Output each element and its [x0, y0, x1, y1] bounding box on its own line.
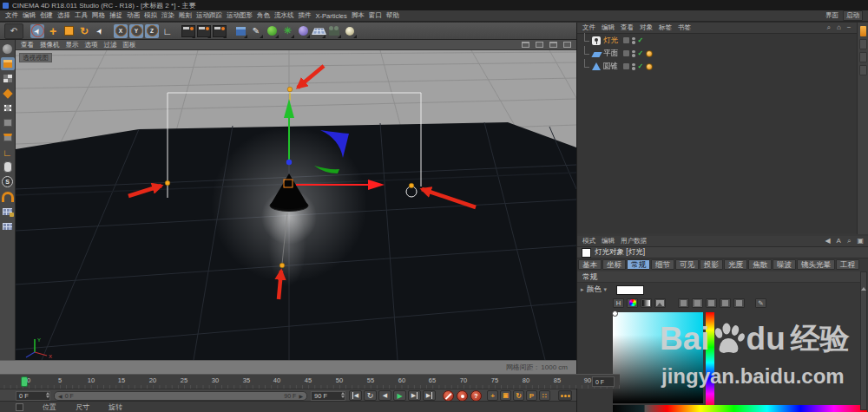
polygons-mode-button[interactable] — [1, 131, 15, 144]
hue-slider[interactable] — [706, 312, 714, 409]
add-environment-button[interactable] — [296, 24, 310, 38]
workplane-lock-button[interactable] — [1, 205, 15, 218]
dock-tab-strip[interactable] — [857, 23, 868, 234]
om-menu-view[interactable]: 查看 — [621, 23, 634, 32]
play-button[interactable]: ▶ — [393, 390, 406, 401]
vp-menu-options[interactable]: 选项 — [85, 41, 98, 49]
spinner-arrows[interactable] — [46, 392, 49, 398]
layer-chip[interactable] — [623, 50, 629, 56]
picker-h-button[interactable]: H — [613, 298, 624, 308]
menu-motion-tracker[interactable]: 运动跟踪 — [196, 11, 222, 20]
add-deformer-button[interactable]: ✳ — [280, 24, 294, 38]
key-rotation-button[interactable]: ↻ — [513, 390, 524, 401]
layer-chip[interactable] — [623, 37, 629, 43]
keying-settings-button[interactable] — [558, 390, 572, 401]
am-scrollbar[interactable] — [860, 271, 867, 410]
dock-pill[interactable] — [859, 52, 867, 62]
minus-icon[interactable]: − — [847, 24, 852, 31]
viewport[interactable]: 透视视图 — [16, 50, 576, 360]
scroll-up-icon[interactable] — [861, 272, 866, 291]
add-light-button[interactable] — [343, 24, 357, 38]
tab-lens-flare[interactable]: 镜头光晕 — [797, 259, 835, 270]
object-name[interactable]: 圆锥 — [603, 62, 621, 72]
layout-selector[interactable]: 启动 — [843, 10, 863, 21]
object-name[interactable]: 平面 — [603, 49, 621, 59]
am-menu-userdata[interactable]: 用户数据 — [621, 237, 647, 245]
menu-render[interactable]: 渲染 — [161, 11, 174, 20]
search-icon[interactable]: ⌕ — [826, 24, 830, 31]
tab-details[interactable]: 细节 — [651, 259, 674, 270]
menu-select[interactable]: 选择 — [57, 11, 70, 20]
last-tool[interactable]: ➤ — [93, 24, 107, 38]
render-view-button[interactable] — [181, 24, 195, 38]
menu-help[interactable]: 帮助 — [386, 11, 399, 20]
next-frame-button[interactable]: ▶ — [408, 390, 421, 401]
lock-y-button[interactable]: Y — [129, 24, 143, 38]
render-settings-button[interactable] — [213, 24, 227, 38]
frame-range-slider[interactable]: ◀ 0 F 90 F ▶ — [54, 391, 307, 401]
picker-wheel-button[interactable] — [627, 298, 638, 308]
om-menu-edit[interactable]: 编辑 — [602, 23, 615, 32]
expand-icon[interactable]: ▸ — [581, 286, 584, 293]
picker-mode-2[interactable] — [692, 298, 703, 308]
light-handle-top[interactable] — [287, 87, 293, 92]
add-primitive-button[interactable] — [233, 24, 247, 38]
live-selection-tool[interactable]: ➤ — [30, 24, 44, 38]
tab-general[interactable]: 常规 — [627, 259, 650, 270]
viewport-solo-button[interactable] — [1, 160, 15, 173]
object-row-light[interactable]: 灯光 ✓ — [577, 34, 857, 47]
om-menu-tag[interactable]: 标签 — [659, 23, 672, 32]
menu-snap[interactable]: 捕捉 — [109, 11, 122, 20]
gizmo-center-dot[interactable] — [286, 160, 292, 165]
rotate-tool[interactable]: ↻ — [77, 24, 91, 38]
tab-coord[interactable]: 坐标 — [602, 259, 626, 270]
pane-single-icon[interactable] — [522, 42, 529, 48]
letter-a-icon[interactable]: A — [837, 238, 841, 245]
picker-mode-1[interactable] — [678, 298, 689, 308]
menu-edit[interactable]: 编辑 — [23, 11, 36, 20]
visibility-dots[interactable] — [632, 37, 635, 44]
timeline-ruler[interactable]: 0 5 10 15 20 25 30 35 40 45 50 55 60 65 … — [0, 374, 620, 389]
make-editable-button[interactable] — [1, 43, 15, 56]
add-generator-button[interactable] — [265, 24, 279, 38]
texture-tag-icon[interactable] — [646, 50, 653, 57]
menu-simulate[interactable]: 模拟 — [144, 11, 157, 20]
menu-window[interactable]: 窗口 — [369, 11, 382, 20]
enabled-check-icon[interactable]: ✓ — [638, 36, 644, 44]
picker-image-button[interactable] — [654, 298, 666, 308]
tab-basic[interactable]: 基本 — [578, 259, 602, 270]
model-mode-button[interactable] — [1, 57, 15, 70]
undo-button[interactable]: ↶ — [4, 23, 23, 39]
visibility-dots[interactable] — [632, 63, 635, 70]
menu-mesh[interactable]: 网格 — [92, 11, 105, 20]
menu-create[interactable]: 创建 — [40, 11, 53, 20]
tab-project[interactable]: 工程 — [836, 259, 859, 270]
enabled-check-icon[interactable]: ✓ — [638, 62, 644, 70]
menu-file[interactable]: 文件 — [5, 11, 18, 20]
workplane-mode-button[interactable] — [1, 87, 15, 100]
ruler-frame-spinner[interactable]: 0 F — [592, 376, 615, 387]
goto-end-button[interactable]: ▶ — [423, 390, 436, 401]
menu-mograph[interactable]: 运动图形 — [227, 11, 253, 20]
sv-marker[interactable] — [612, 311, 618, 317]
picker-spectrum-button[interactable] — [641, 298, 652, 308]
back-arrow-icon[interactable]: ◀ — [825, 238, 830, 245]
add-camera-button[interactable] — [327, 24, 341, 38]
menu-tools[interactable]: 工具 — [75, 11, 88, 20]
visibility-dots[interactable] — [632, 50, 635, 57]
loop-button[interactable]: ↻ — [364, 390, 377, 401]
menu-pipeline[interactable]: 流水线 — [274, 11, 294, 20]
am-menu-edit[interactable]: 编辑 — [602, 237, 615, 245]
vp-menu-filter[interactable]: 过滤 — [104, 41, 117, 49]
lock-z-button[interactable]: Z — [145, 24, 159, 38]
dock-pill[interactable] — [859, 39, 867, 49]
menu-xparticles[interactable]: X-Particles — [316, 12, 347, 20]
vp-menu-display[interactable]: 显示 — [66, 41, 79, 49]
picker-mode-4[interactable] — [720, 298, 731, 308]
key-position-button[interactable]: + — [487, 390, 498, 401]
compact-spectrum-bar[interactable] — [645, 405, 867, 412]
coords-checkbox[interactable] — [16, 403, 23, 411]
range-left-arrow[interactable]: ◀ — [58, 393, 62, 399]
texture-tag-icon[interactable] — [646, 63, 653, 70]
viewport-view-label[interactable]: 透视视图 — [19, 53, 52, 62]
